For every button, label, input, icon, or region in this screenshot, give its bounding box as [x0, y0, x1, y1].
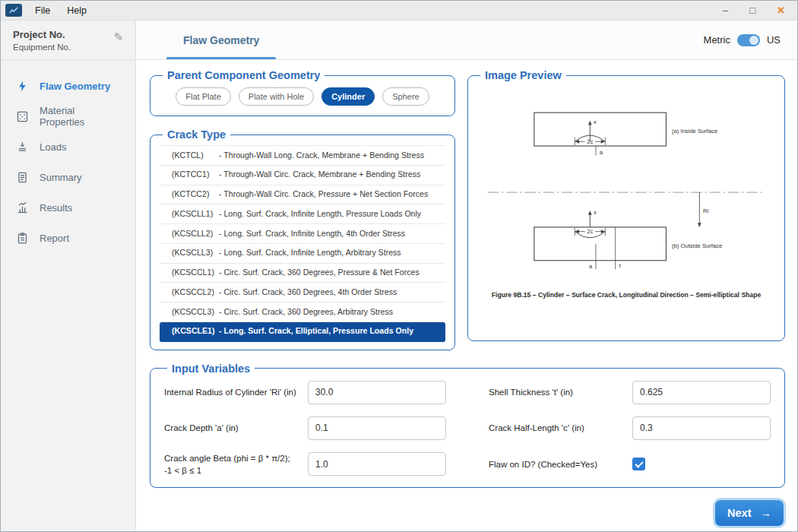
image-preview-section: Image Preview x 2c a	[467, 69, 785, 341]
flaw-on-id-label: Flaw on ID? (Checked=Yes)	[489, 458, 623, 470]
svg-text:(b) Outside Surface: (b) Outside Surface	[672, 242, 722, 249]
crack-type-row[interactable]: (KCSCLL3)- Long. Surf. Crack, Infinite L…	[160, 244, 445, 264]
crack-depth-input[interactable]	[308, 416, 446, 440]
sidebar-item-label: Results	[40, 202, 72, 214]
header: Project No. Equipment No. ✎ Flaw Geometr…	[1, 21, 797, 60]
flaw-on-id-checkbox[interactable]	[632, 458, 645, 470]
menu-bar: File Help	[33, 4, 89, 17]
units-us-label: US	[767, 34, 781, 46]
svg-text:a: a	[589, 263, 593, 270]
tab-flaw-geometry[interactable]: Flaw Geometry	[166, 21, 276, 59]
sidebar-item-label: Report	[40, 233, 69, 244]
parent-geometry-section: Parent Component Geometry Flat Plate Pla…	[150, 69, 455, 116]
crack-depth-label: Crack Depth 'a' (in)	[164, 422, 299, 434]
geometry-flat-plate-button[interactable]: Flat Plate	[176, 87, 230, 106]
next-button[interactable]: Next →	[715, 500, 784, 526]
crack-type-row[interactable]: (KCSCLL1)- Long. Surf. Crack, Infinite L…	[160, 204, 445, 224]
crack-type-row[interactable]: (KCSCCL2)- Circ. Surf. Crack, 360 Degree…	[160, 283, 445, 302]
lightning-bolt-icon	[16, 80, 29, 93]
menu-file[interactable]: File	[33, 4, 52, 17]
crack-type-row[interactable]: (KCTCC2)- Through-Wall Circ. Crack, Pres…	[160, 185, 445, 205]
crack-angle-beta-label: Crack angle Beta (phi = β * π/2); -1 < β…	[164, 452, 299, 477]
figure-caption: Figure 9B.15 – Cylinder – Surface Crack,…	[486, 291, 767, 299]
sidebar-item-flaw-geometry[interactable]: Flaw Geometry	[1, 71, 135, 101]
arrow-right-icon: →	[761, 507, 772, 519]
svg-text:t: t	[619, 262, 621, 269]
close-button[interactable]: ✕	[777, 5, 785, 16]
document-list-icon	[16, 171, 29, 184]
report-clipboard-icon	[16, 232, 29, 245]
header-main: Flaw Geometry Metric US	[136, 21, 797, 59]
crack-type-row-selected[interactable]: (KCSCLE1)- Long. Surf. Crack, Elliptical…	[160, 322, 445, 342]
sidebar-item-results[interactable]: Results	[1, 192, 135, 223]
page-title: Flaw Geometry	[183, 34, 259, 46]
crack-geometry-diagram: x 2c a (a) Inside Surface	[485, 106, 768, 282]
svg-text:2c: 2c	[587, 228, 593, 235]
crack-type-row[interactable]: (KCTCL)- Through-Wall Long. Crack, Membr…	[160, 146, 445, 166]
internal-radius-label: Internal Radius of Cylinder 'Ri' (in)	[164, 386, 299, 398]
sidebar: Flaw Geometry Material Properties Loads …	[1, 60, 136, 531]
shell-thickness-label: Shell Thickness 't' (in)	[489, 386, 623, 398]
sidebar-item-label: Material Properties	[40, 105, 120, 128]
crack-type-row[interactable]: (KCSCLL2)- Long. Surf. Crack, Infinite L…	[160, 224, 445, 244]
sidebar-item-report[interactable]: Report	[1, 223, 135, 253]
main-content: Parent Component Geometry Flat Plate Pla…	[136, 60, 797, 531]
image-preview-legend: Image Preview	[480, 69, 566, 81]
loads-weight-icon	[16, 141, 29, 154]
svg-text:a: a	[600, 149, 603, 156]
project-info: Project No. Equipment No. ✎	[1, 21, 136, 59]
sidebar-item-loads[interactable]: Loads	[1, 131, 135, 162]
shell-thickness-input[interactable]	[632, 381, 771, 404]
parent-geometry-legend: Parent Component Geometry	[163, 69, 325, 81]
toggle-knob	[749, 36, 758, 45]
crack-type-row[interactable]: (KCTCC1)- Through-Wall Circ. Crack, Memb…	[160, 166, 445, 185]
footer: Next →	[150, 488, 785, 526]
input-variables-section: Input Variables Internal Radius of Cylin…	[150, 363, 785, 488]
units-switcher: Metric US	[704, 21, 781, 59]
sidebar-item-label: Summary	[40, 172, 82, 183]
svg-text:x: x	[594, 119, 597, 125]
maximize-button[interactable]: □	[749, 5, 755, 16]
equipment-number-label: Equipment No.	[13, 43, 71, 52]
crack-angle-beta-input[interactable]	[308, 452, 446, 476]
sidebar-item-label: Loads	[40, 141, 66, 153]
app-icon	[5, 4, 22, 17]
menu-help[interactable]: Help	[65, 4, 89, 17]
units-metric-label: Metric	[704, 34, 730, 46]
sidebar-item-summary[interactable]: Summary	[1, 162, 135, 192]
input-variables-legend: Input Variables	[167, 363, 255, 375]
edit-project-icon[interactable]: ✎	[113, 30, 123, 44]
window-controls: – □ ✕	[723, 5, 797, 16]
sidebar-item-label: Flaw Geometry	[40, 81, 110, 92]
geometry-sphere-button[interactable]: Sphere	[382, 87, 429, 106]
svg-text:Ri: Ri	[703, 207, 709, 214]
material-grid-icon	[16, 110, 29, 123]
geometry-cylinder-button[interactable]: Cylinder	[321, 87, 375, 106]
crack-type-section: Crack Type (KCTCL)- Through-Wall Long. C…	[150, 128, 455, 350]
sidebar-item-material-properties[interactable]: Material Properties	[1, 101, 135, 131]
units-toggle[interactable]	[737, 34, 760, 46]
minimize-button[interactable]: –	[723, 5, 728, 16]
crack-type-legend: Crack Type	[163, 128, 230, 141]
crack-half-length-label: Crack Half-Length 'c' (in)	[489, 422, 623, 434]
crack-half-length-input[interactable]	[632, 416, 771, 440]
geometry-plate-with-hole-button[interactable]: Plate with Hole	[239, 87, 314, 106]
svg-text:(a) Inside Surface: (a) Inside Surface	[672, 128, 717, 135]
crack-type-row[interactable]: (KCSCCL3)- Circ. Surf. Crack, 360 Degree…	[160, 302, 445, 322]
crack-type-row[interactable]: (KCSCCL1)- Circ. Surf. Crack, 360 Degree…	[160, 264, 445, 283]
bar-chart-icon	[16, 201, 29, 214]
project-number-label: Project No.	[13, 29, 71, 40]
svg-text:2c: 2c	[587, 138, 593, 145]
internal-radius-input[interactable]	[308, 381, 446, 404]
titlebar: File Help – □ ✕	[1, 1, 797, 21]
svg-text:x: x	[594, 209, 597, 216]
next-button-label: Next	[727, 507, 751, 519]
crack-type-list: (KCTCL)- Through-Wall Long. Crack, Membr…	[160, 145, 445, 342]
